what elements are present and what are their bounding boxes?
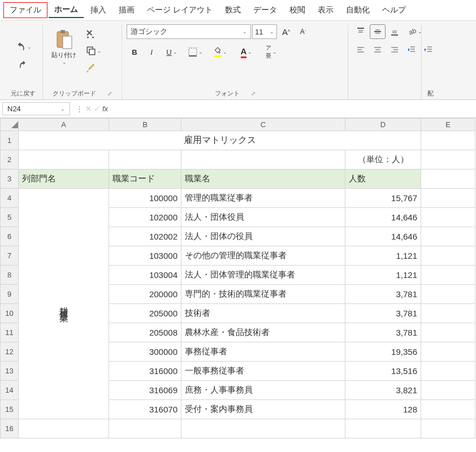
col-header-e[interactable]: E <box>421 119 475 131</box>
row-header[interactable]: 14 <box>1 381 19 400</box>
italic-button[interactable]: I <box>144 45 159 59</box>
row-header[interactable]: 16 <box>1 419 19 438</box>
cell[interactable]: 3,821 <box>345 381 421 400</box>
align-left-button[interactable] <box>353 42 369 57</box>
menu-page-layout[interactable]: ページ レイアウト <box>141 3 218 18</box>
cell[interactable]: 事務従事者 <box>181 342 345 362</box>
cell[interactable]: 専門的・技術的職業従事者 <box>181 285 345 304</box>
align-center-button[interactable] <box>370 42 386 57</box>
font-expand-icon[interactable]: ⤢ <box>251 90 256 97</box>
underline-button[interactable]: U⌄ <box>161 45 183 59</box>
menu-draw[interactable]: 描画 <box>113 3 140 18</box>
cell[interactable]: 法人・団体管理的職業従事者 <box>181 266 345 285</box>
cell[interactable]: 316000 <box>109 362 181 381</box>
row-header[interactable]: 10 <box>1 304 19 323</box>
row-header[interactable]: 9 <box>1 285 19 304</box>
row-header[interactable]: 11 <box>1 323 19 342</box>
cell[interactable]: 100000 <box>109 189 181 208</box>
cell-header[interactable]: 職業コード <box>109 169 181 189</box>
menu-help[interactable]: ヘルプ <box>377 3 412 18</box>
cell[interactable]: 農林水産・食品技術者 <box>181 323 345 342</box>
cell[interactable]: 102000 <box>109 208 181 227</box>
cell[interactable]: 受付・案内事務員 <box>181 400 345 419</box>
cell[interactable]: 316070 <box>109 400 181 419</box>
select-all-corner[interactable] <box>1 119 19 131</box>
spreadsheet-grid[interactable]: A B C D E 1 雇用マトリックス 2 （単位：人） 3 列部門名 職業コ… <box>0 118 475 438</box>
row-header[interactable]: 1 <box>1 131 19 150</box>
more-icon[interactable]: ⋮ <box>76 105 83 113</box>
row-header[interactable]: 7 <box>1 246 19 266</box>
col-header-d[interactable]: D <box>345 119 421 131</box>
cell[interactable]: 200000 <box>109 285 181 304</box>
row-header[interactable]: 4 <box>1 189 19 208</box>
decrease-indent-button[interactable] <box>404 42 419 57</box>
cell[interactable]: 316069 <box>109 381 181 400</box>
menu-view[interactable]: 表示 <box>312 3 339 18</box>
row-header[interactable]: 6 <box>1 227 19 246</box>
undo-button[interactable]: ⌄ <box>10 40 36 54</box>
cell-header[interactable]: 列部門名 <box>19 169 109 189</box>
increase-font-button[interactable]: A^ <box>278 24 294 39</box>
copy-button[interactable]: ⌄ <box>83 44 105 58</box>
cell[interactable]: 管理的職業従事者 <box>181 189 345 208</box>
menu-formulas[interactable]: 数式 <box>219 3 246 18</box>
cell[interactable]: 1,121 <box>345 246 421 266</box>
row-header[interactable]: 15 <box>1 400 19 419</box>
align-right-button[interactable] <box>387 42 403 57</box>
cell[interactable]: 一般事務従事者 <box>181 362 345 381</box>
name-box[interactable]: N24⌄ <box>2 102 70 115</box>
cell[interactable]: 205000 <box>109 304 181 323</box>
phonetic-guide-button[interactable]: ア亜⌄ <box>260 45 283 59</box>
paste-button[interactable]: 貼り付け ⌄ <box>47 24 80 69</box>
row-header[interactable]: 8 <box>1 266 19 285</box>
align-bottom-button[interactable] <box>387 24 403 39</box>
border-button[interactable]: ⌄ <box>184 45 207 59</box>
fx-icon[interactable]: fx <box>102 105 108 113</box>
menu-file[interactable]: ファイル <box>3 2 47 18</box>
cell[interactable]: 103000 <box>109 246 181 266</box>
cell[interactable]: 法人・団体役員 <box>181 208 345 227</box>
cell[interactable]: 3,781 <box>345 285 421 304</box>
cut-button[interactable] <box>83 27 98 41</box>
cell[interactable]: その他の管理的職業従事者 <box>181 246 345 266</box>
cell[interactable]: 3,781 <box>345 304 421 323</box>
cell[interactable]: 205008 <box>109 323 181 342</box>
row-header[interactable]: 13 <box>1 362 19 381</box>
cell[interactable]: 128 <box>345 400 421 419</box>
col-header-b[interactable]: B <box>109 119 181 131</box>
align-middle-button[interactable] <box>370 24 386 39</box>
font-size-select[interactable]: 11⌄ <box>252 24 277 39</box>
cell[interactable]: 法人・団体の役員 <box>181 227 345 246</box>
font-name-select[interactable]: 游ゴシック⌄ <box>127 24 251 39</box>
cell[interactable]: 14,646 <box>345 208 421 227</box>
clipboard-expand-icon[interactable]: ⤢ <box>107 90 112 97</box>
cell[interactable]: 13,516 <box>345 362 421 381</box>
cell-header[interactable]: 人数 <box>345 169 421 189</box>
cell[interactable]: 15,767 <box>345 189 421 208</box>
cell[interactable]: 14,646 <box>345 227 421 246</box>
enter-formula-icon[interactable]: ✓ <box>94 105 100 113</box>
format-painter-button[interactable] <box>83 60 98 75</box>
row-header[interactable]: 3 <box>1 169 19 189</box>
decrease-font-button[interactable]: Aˇ <box>295 24 311 39</box>
cell[interactable]: 19,356 <box>345 342 421 362</box>
cell[interactable]: 庶務・人事事務員 <box>181 381 345 400</box>
menu-automate[interactable]: 自動化 <box>340 3 375 18</box>
cell-unit[interactable]: （単位：人） <box>345 150 421 169</box>
cell-title[interactable]: 雇用マトリックス <box>19 131 421 150</box>
menu-review[interactable]: 校閲 <box>284 3 311 18</box>
redo-button[interactable] <box>15 58 31 72</box>
cell[interactable]: 300000 <box>109 342 181 362</box>
cell[interactable]: 1,121 <box>345 266 421 285</box>
cell[interactable]: 102002 <box>109 227 181 246</box>
font-color-button[interactable]: A⌄ <box>234 45 259 59</box>
align-top-button[interactable] <box>353 24 369 39</box>
row-header[interactable]: 12 <box>1 342 19 362</box>
cell[interactable]: 103004 <box>109 266 181 285</box>
formula-input[interactable] <box>111 102 476 116</box>
cell-dept[interactable]: 耕種農業 <box>19 189 109 419</box>
col-header-a[interactable]: A <box>19 119 109 131</box>
cell[interactable]: 技術者 <box>181 304 345 323</box>
col-header-c[interactable]: C <box>181 119 345 131</box>
menu-data[interactable]: データ <box>248 3 283 18</box>
